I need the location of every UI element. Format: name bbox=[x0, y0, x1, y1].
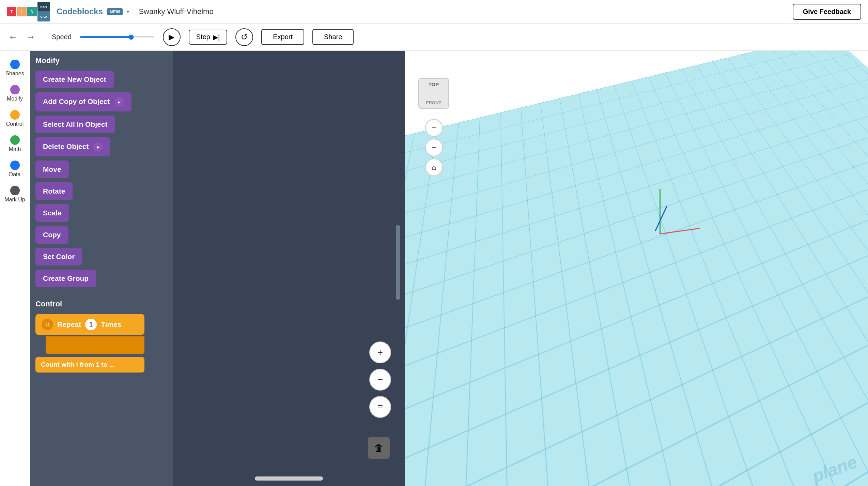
repeat-label: Repeat bbox=[57, 320, 81, 329]
repeat-count[interactable]: 1 bbox=[85, 319, 97, 330]
scale-button[interactable]: Scale bbox=[35, 204, 69, 222]
shapes-label: Shapes bbox=[5, 71, 24, 77]
create-group-button[interactable]: Create Group bbox=[35, 270, 96, 287]
share-button[interactable]: Share bbox=[312, 29, 354, 45]
trash-icon: 🗑 bbox=[374, 442, 384, 454]
sidebar-item-math[interactable]: Math bbox=[0, 132, 30, 156]
sidebar-item-modify[interactable]: Modify bbox=[0, 81, 30, 105]
repeat-inner-block bbox=[46, 336, 144, 354]
sidebar-item-data[interactable]: Data bbox=[0, 157, 30, 181]
logo-t: T bbox=[7, 7, 16, 16]
add-copy-of-object-button[interactable]: Add Copy of Object ▸ bbox=[35, 92, 131, 111]
sidebar-item-control[interactable]: Control bbox=[0, 107, 30, 131]
export-button[interactable]: Export bbox=[261, 29, 304, 45]
set-color-button[interactable]: Set Color bbox=[35, 248, 82, 265]
zoom-in-icon: + bbox=[432, 123, 436, 132]
repeat-block[interactable]: ↺ Repeat 1 Times bbox=[35, 314, 144, 335]
categories-sidebar: Shapes Modify Control Math Data Mark Up bbox=[0, 51, 30, 486]
create-new-object-button[interactable]: Create New Object bbox=[35, 71, 114, 88]
fit-icon: = bbox=[377, 401, 383, 412]
data-dot bbox=[10, 161, 20, 170]
code-horizontal-scrollbar[interactable] bbox=[255, 476, 323, 481]
speed-slider[interactable] bbox=[80, 36, 155, 38]
play-button[interactable]: ▶ bbox=[163, 28, 181, 46]
reset-button[interactable]: ↺ bbox=[235, 28, 253, 46]
delete-object-indicator: ▸ bbox=[93, 142, 103, 152]
markup-label: Mark Up bbox=[4, 197, 25, 203]
sidebar-item-shapes[interactable]: Shapes bbox=[0, 56, 30, 80]
delete-object-block[interactable]: Delete Object ▸ bbox=[35, 137, 168, 161]
app-dropdown[interactable]: ▾ bbox=[127, 9, 129, 14]
back-button[interactable]: ← bbox=[8, 32, 18, 43]
copy-button[interactable]: Copy bbox=[35, 226, 68, 244]
forward-button[interactable]: → bbox=[26, 32, 35, 43]
main-area: Shapes Modify Control Math Data Mark Up … bbox=[0, 51, 868, 486]
modify-label: Modify bbox=[7, 96, 23, 102]
3d-grid-plane bbox=[418, 78, 868, 486]
zoom-in-icon: + bbox=[377, 347, 383, 358]
times-label: Times bbox=[101, 320, 121, 329]
step-icon: ▶| bbox=[213, 33, 220, 41]
perspective-grid bbox=[405, 51, 868, 486]
step-button[interactable]: Step ▶| bbox=[189, 30, 227, 45]
repeat-icon: ↺ bbox=[42, 319, 53, 330]
code-zoom-out-button[interactable]: − bbox=[369, 369, 391, 391]
logo: T I N KER CAD bbox=[7, 2, 50, 21]
3d-view[interactable]: TOP FRONT + − ⌂ plane bbox=[405, 51, 868, 486]
add-copy-indicator: ▸ bbox=[114, 97, 124, 107]
select-all-in-object-button[interactable]: Select All In Object bbox=[35, 116, 115, 133]
home-view-button[interactable]: ⌂ bbox=[425, 158, 443, 176]
topbar: T I N KER CAD Codeblocks NEW ▾ Swanky Wl… bbox=[0, 0, 868, 24]
sidebar-item-markup[interactable]: Mark Up bbox=[0, 182, 30, 206]
select-all-in-object-block[interactable]: Select All In Object bbox=[35, 116, 168, 137]
rotate-button[interactable]: Rotate bbox=[35, 182, 73, 200]
set-color-block[interactable]: Set Color bbox=[35, 248, 168, 270]
delete-object-button[interactable]: Delete Object ▸ bbox=[35, 137, 110, 156]
count-with-block[interactable]: Count with i from 1 to ... bbox=[35, 357, 144, 373]
move-block[interactable]: Move bbox=[35, 161, 168, 182]
logo-cad: CAD bbox=[37, 12, 50, 21]
nav-cube[interactable]: TOP FRONT bbox=[418, 78, 456, 116]
shapes-dot bbox=[10, 60, 20, 69]
logo-ker: KER bbox=[37, 2, 50, 12]
create-group-block[interactable]: Create Group bbox=[35, 270, 168, 291]
markup-dot bbox=[10, 186, 20, 195]
control-label: Control bbox=[6, 121, 24, 127]
toolbar: ← → Speed ▶ Step ▶| ↺ Export Share bbox=[0, 24, 868, 51]
app-name: Codeblocks bbox=[57, 7, 103, 16]
scale-block[interactable]: Scale bbox=[35, 204, 168, 226]
control-section: Control ↺ Repeat 1 Times Count with i fr… bbox=[35, 300, 168, 373]
logo-i: I bbox=[17, 7, 27, 16]
code-zoom-controls: + − = bbox=[369, 341, 391, 418]
zoom-in-button[interactable]: + bbox=[425, 119, 443, 137]
modify-dot bbox=[10, 85, 20, 94]
reset-icon: ↺ bbox=[241, 32, 248, 42]
copy-block[interactable]: Copy bbox=[35, 226, 168, 248]
blocks-panel: Modify Create New Object Add Copy of Obj… bbox=[30, 51, 173, 486]
play-icon: ▶ bbox=[169, 33, 174, 42]
home-icon: ⌂ bbox=[432, 163, 436, 172]
zoom-out-button[interactable]: − bbox=[425, 139, 443, 156]
data-label: Data bbox=[9, 171, 21, 178]
control-section-title: Control bbox=[35, 300, 168, 308]
y-axis bbox=[660, 189, 661, 233]
math-label: Math bbox=[9, 146, 21, 152]
repeat-block-wrapper: ↺ Repeat 1 Times bbox=[35, 314, 168, 354]
give-feedback-button[interactable]: Give Feedback bbox=[793, 4, 861, 20]
logo-n: N bbox=[27, 7, 37, 16]
rotate-block[interactable]: Rotate bbox=[35, 182, 168, 204]
speed-label: Speed bbox=[52, 33, 72, 41]
view-controls: + − ⌂ bbox=[425, 119, 443, 176]
code-zoom-in-button[interactable]: + bbox=[369, 341, 391, 363]
code-scrollbar-thumb bbox=[396, 225, 400, 300]
nav-cube-face: TOP FRONT bbox=[418, 78, 449, 109]
trash-button[interactable]: 🗑 bbox=[368, 437, 390, 459]
new-badge: NEW bbox=[107, 8, 123, 15]
project-name[interactable]: Swanky Wluff-Vihelmo bbox=[139, 7, 213, 16]
create-new-object-block[interactable]: Create New Object bbox=[35, 71, 168, 92]
add-copy-of-object-block[interactable]: Add Copy of Object ▸ bbox=[35, 92, 168, 116]
cube-top-label: TOP bbox=[429, 81, 439, 87]
code-fit-button[interactable]: = bbox=[369, 396, 391, 418]
move-button[interactable]: Move bbox=[35, 161, 69, 178]
zoom-out-icon: − bbox=[432, 143, 436, 152]
